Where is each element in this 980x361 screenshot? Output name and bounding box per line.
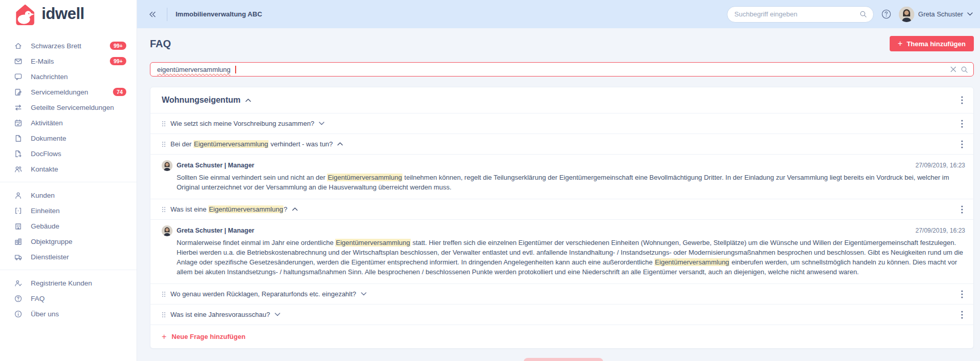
sidebar-item-geteilte-servicemeldungen[interactable]: Geteilte Servicemeldungen (0, 100, 137, 115)
chevron-down-icon[interactable] (361, 292, 367, 296)
faq-page: FAQ + Thema hinzufügen eigentümerversamm… (137, 28, 980, 361)
chevron-up-icon[interactable] (245, 99, 251, 102)
faq-search-value: eigentümerversammlung (157, 66, 230, 73)
question-text: Bei der Eigentümerversammlung verhindert… (170, 140, 333, 148)
topbar: Immobilienverwaltung ABC Greta Schuster (137, 0, 980, 28)
sidebar-item-aktivitaeten[interactable]: Aktivitäten (0, 115, 137, 130)
answer-author: Greta Schuster | Manager (177, 227, 254, 234)
sidebar-item-dienstleister[interactable]: Dienstleister (0, 249, 137, 264)
chevron-up-icon[interactable] (292, 207, 298, 211)
calendar-check-icon (13, 118, 23, 127)
sidebar-item-objektgruppe[interactable]: Objektgruppe (0, 234, 137, 249)
sidebar-item-servicemeldungen[interactable]: Servicemeldungen74 (0, 84, 137, 100)
question-text: Was ist eine Eigentümerversammlung? (170, 205, 287, 213)
sidebar-item-label: Kontakte (31, 165, 126, 173)
sidebar: idwell Schwarzes Brett99+E-Mails99+Nachr… (0, 0, 137, 361)
unread-badge: 99+ (110, 42, 126, 50)
faq-search-input[interactable]: eigentümerversammlung (150, 62, 974, 77)
user-menu[interactable]: Greta Schuster (899, 7, 973, 22)
collapse-sidebar-button[interactable] (146, 9, 159, 20)
clear-icon[interactable] (950, 66, 956, 72)
avatar (899, 7, 914, 22)
question-menu-button[interactable] (959, 203, 965, 216)
sidebar-item-label: Nachrichten (31, 73, 126, 81)
sidebar-item-label: Servicemeldungen (31, 88, 105, 96)
help-icon[interactable] (880, 8, 893, 21)
brand-wordmark: idwell (42, 6, 84, 24)
sidebar-item-schwarzes-brett[interactable]: Schwarzes Brett99+ (0, 38, 137, 53)
partially-hidden-button (524, 358, 603, 361)
drag-handle-icon[interactable] (162, 291, 166, 297)
drag-handle-icon[interactable] (162, 312, 166, 318)
sidebar-item-docflows[interactable]: DocFlows (0, 146, 137, 161)
question-circle-icon (13, 294, 23, 303)
sidebar-item-dokumente[interactable]: Dokumente (0, 130, 137, 146)
global-search-input[interactable] (735, 10, 855, 18)
search-icon[interactable] (859, 10, 867, 18)
sidebar-item-gebaeude[interactable]: Gebäude (0, 218, 137, 234)
plus-icon: + (898, 40, 902, 48)
faq-topic-card: Wohnungseigentum Wie setzt sich meine Vo… (150, 87, 974, 349)
unread-badge: 99+ (110, 57, 126, 66)
sidebar-item-nachrichten[interactable]: Nachrichten (0, 69, 137, 84)
add-question-button[interactable]: + Neue Frage hinzufügen (162, 332, 245, 341)
person-icon (13, 191, 23, 200)
topic-header[interactable]: Wohnungseigentum (150, 87, 973, 113)
sidebar-item-faq[interactable]: FAQ (0, 291, 137, 306)
info-circle-icon (13, 309, 23, 318)
question-menu-button[interactable] (959, 138, 965, 150)
search-highlight: Eigentümerversammlung (327, 174, 402, 181)
plus-icon: + (162, 332, 166, 341)
faq-question-row[interactable]: Wie setzt sich meine Vorschreibung zusam… (150, 113, 973, 134)
brand-logo[interactable]: idwell (0, 0, 137, 29)
search-highlight: Eigentümerversammlung (655, 258, 730, 266)
sidebar-item-einheiten[interactable]: Einheiten (0, 203, 137, 218)
sidebar-item-label: Schwarzes Brett (31, 42, 102, 50)
sidebar-item-label: Objektgruppe (31, 238, 126, 245)
drag-handle-icon[interactable] (162, 141, 166, 147)
sidebar-item-label: Geteilte Servicemeldungen (31, 104, 126, 111)
sidebar-item-kunden[interactable]: Kunden (0, 187, 137, 203)
home-icon (13, 41, 23, 50)
search-highlight: Eigentümerversammlung (208, 205, 284, 213)
person-check-icon (13, 278, 23, 288)
drag-handle-icon[interactable] (162, 121, 166, 127)
faq-question-row[interactable]: Wo genau werden Rücklagen, Reparaturfond… (150, 283, 973, 304)
sidebar-item-label: DocFlows (31, 150, 126, 158)
chevron-up-icon[interactable] (337, 142, 343, 146)
chevron-down-icon (967, 12, 973, 16)
add-topic-button[interactable]: + Thema hinzufügen (890, 36, 974, 51)
sidebar-item-label: Einheiten (31, 207, 126, 215)
chevron-down-icon[interactable] (319, 122, 324, 125)
sidebar-item-label: Registrierte Kunden (31, 279, 126, 287)
topic-menu-button[interactable] (959, 94, 965, 106)
sidebar-item-ueber-uns[interactable]: Über uns (0, 306, 137, 321)
page-title: FAQ (150, 38, 171, 50)
question-menu-button[interactable] (959, 118, 965, 130)
question-menu-button[interactable] (959, 309, 965, 321)
chevron-down-icon[interactable] (275, 313, 280, 316)
contacts-icon (13, 164, 23, 174)
sidebar-item-label: E-Mails (31, 58, 102, 65)
faq-question-row[interactable]: Was ist eine Jahresvorausschau? (150, 304, 973, 325)
search-highlight: Eigentümerversammlung (194, 140, 269, 148)
sidebar-item-label: Dokumente (31, 135, 126, 142)
breadcrumb[interactable]: Immobilienverwaltung ABC (176, 10, 262, 18)
sidebar-item-label: Aktivitäten (31, 119, 126, 127)
faq-question-row[interactable]: Was ist eine Eigentümerversammlung? (150, 199, 973, 219)
answer-text: Sollten Sie einmal verhindert sein und n… (177, 173, 965, 192)
sidebar-item-kontakte[interactable]: Kontakte (0, 161, 137, 177)
search-icon[interactable] (960, 66, 968, 73)
sidebar-item-label: FAQ (31, 295, 126, 302)
sidebar-item-registrierte-kunden[interactable]: Registrierte Kunden (0, 275, 137, 291)
answer-author-avatar (162, 225, 172, 236)
global-search (727, 6, 874, 23)
question-text: Was ist eine Jahresvorausschau? (170, 311, 270, 318)
question-text: Wo genau werden Rücklagen, Reparaturfond… (170, 290, 356, 298)
building-icon (13, 221, 23, 231)
drag-handle-icon[interactable] (162, 206, 166, 213)
sidebar-item-e-mails[interactable]: E-Mails99+ (0, 53, 137, 69)
question-menu-button[interactable] (959, 288, 965, 300)
answer-timestamp: 27/09/2019, 16:23 (915, 227, 965, 234)
faq-question-row[interactable]: Bei der Eigentümerversammlung verhindert… (150, 134, 973, 154)
